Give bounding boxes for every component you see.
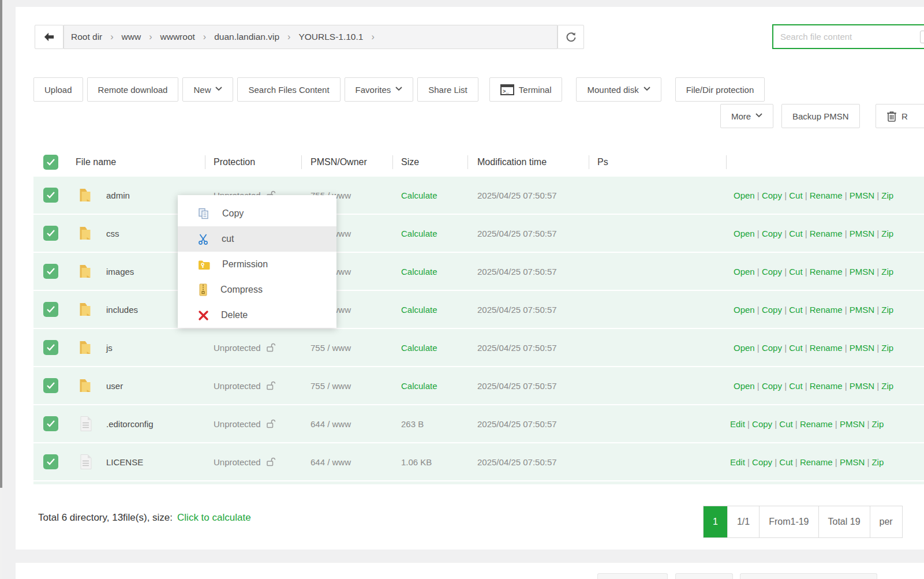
action-zip[interactable]: Zip	[881, 229, 893, 238]
header-pmsn-owner[interactable]: PMSN/Owner	[311, 157, 367, 167]
action-zip[interactable]: Zip	[881, 381, 893, 391]
refresh-button[interactable]	[558, 25, 584, 49]
action-rename[interactable]: Rename	[800, 457, 833, 467]
mounted-disk-dropdown-button[interactable]: Mounted disk	[576, 77, 661, 102]
click-to-calculate-link[interactable]: Click to calculate	[177, 512, 251, 524]
file-name[interactable]: js	[106, 343, 113, 353]
file-name[interactable]: images	[106, 267, 134, 277]
action-pmsn[interactable]: PMSN	[840, 457, 865, 467]
action-zip[interactable]: Zip	[881, 305, 893, 315]
action-copy[interactable]: Copy	[762, 305, 782, 315]
action-cut[interactable]: Cut	[789, 190, 802, 200]
partial-button[interactable]	[597, 573, 668, 579]
action-pmsn[interactable]: PMSN	[850, 305, 874, 315]
action-copy[interactable]: Copy	[762, 229, 782, 238]
pagination-page-1[interactable]: 1	[704, 506, 727, 537]
action-open[interactable]: Open	[734, 229, 755, 238]
action-open[interactable]: Open	[734, 190, 755, 200]
back-button[interactable]	[35, 25, 63, 49]
action-pmsn[interactable]: PMSN	[850, 229, 874, 238]
context-menu-item-compress[interactable]: Compress	[178, 277, 336, 302]
partial-button[interactable]	[740, 573, 877, 579]
new-dropdown-button[interactable]: New	[182, 77, 233, 102]
action-zip[interactable]: Zip	[871, 419, 884, 429]
favorites-dropdown-button[interactable]: Favorites	[345, 77, 414, 102]
action-zip[interactable]: Zip	[881, 267, 893, 277]
action-cut[interactable]: Cut	[789, 267, 802, 277]
page-scrollbar-thumb[interactable]	[0, 0, 2, 488]
file-name[interactable]: admin	[106, 190, 130, 200]
more-dropdown-button[interactable]: More	[720, 104, 773, 128]
table-row[interactable]: images Unprotected 755 / www Calculate 2…	[33, 253, 924, 290]
action-edit[interactable]: Edit	[730, 457, 745, 467]
backup-pmsn-button[interactable]: Backup PMSN	[781, 104, 860, 128]
action-copy[interactable]: Copy	[762, 267, 782, 277]
size-calculate-link[interactable]: Calculate	[401, 229, 437, 238]
partial-button[interactable]	[675, 573, 733, 579]
action-edit[interactable]: Edit	[730, 419, 745, 429]
action-copy[interactable]: Copy	[762, 343, 782, 353]
row-checkbox[interactable]	[43, 226, 58, 241]
action-cut[interactable]: Cut	[789, 229, 802, 238]
action-open[interactable]: Open	[734, 343, 755, 353]
action-copy[interactable]: Copy	[752, 419, 772, 429]
recycle-bin-button[interactable]: R	[876, 104, 924, 128]
action-rename[interactable]: Rename	[810, 381, 843, 391]
share-list-button[interactable]: Share List	[417, 77, 478, 102]
terminal-button[interactable]: >_ Terminal	[489, 77, 563, 102]
table-row[interactable]: .editorconfig Unprotected 644 / www 263 …	[33, 405, 924, 442]
action-rename[interactable]: Rename	[810, 267, 843, 277]
action-rename[interactable]: Rename	[810, 190, 843, 200]
size-calculate-link[interactable]: Calculate	[401, 381, 437, 391]
file-name[interactable]: user	[106, 381, 123, 391]
row-checkbox[interactable]	[43, 416, 58, 431]
action-open[interactable]: Open	[734, 381, 755, 391]
table-row[interactable]: admin Unprotected 755 / www Calculate 20…	[33, 177, 924, 214]
action-rename[interactable]: Rename	[800, 419, 833, 429]
action-open[interactable]: Open	[734, 267, 755, 277]
action-copy[interactable]: Copy	[762, 381, 782, 391]
row-checkbox[interactable]	[43, 264, 58, 279]
table-row[interactable]: includes Unprotected 755 / www Calculate…	[33, 291, 924, 328]
action-open[interactable]: Open	[734, 305, 755, 315]
action-cut[interactable]: Cut	[779, 457, 792, 467]
action-zip[interactable]: Zip	[881, 190, 893, 200]
header-protection[interactable]: Protection	[214, 157, 255, 167]
context-menu-item-copy[interactable]: Copy	[178, 201, 336, 226]
remote-download-button[interactable]: Remote download	[87, 77, 179, 102]
action-pmsn[interactable]: PMSN	[850, 381, 874, 391]
file-name[interactable]: LICENSE	[106, 457, 143, 467]
action-rename[interactable]: Rename	[810, 305, 843, 315]
pagination-per-page[interactable]: per	[870, 506, 902, 537]
search-input[interactable]	[780, 32, 913, 42]
action-pmsn[interactable]: PMSN	[840, 419, 865, 429]
file-dir-protection-button[interactable]: File/Dir protection	[675, 77, 765, 102]
row-checkbox[interactable]	[43, 378, 58, 393]
context-menu-item-cut[interactable]: cut	[178, 226, 336, 252]
file-name[interactable]: css	[106, 229, 119, 238]
size-calculate-link[interactable]: Calculate	[401, 343, 437, 353]
select-all-checkbox[interactable]	[43, 155, 58, 170]
header-modification-time[interactable]: Modification time	[477, 157, 547, 167]
action-copy[interactable]: Copy	[762, 190, 782, 200]
breadcrumb-item-root[interactable]: Root dir	[71, 32, 102, 42]
action-cut[interactable]: Cut	[779, 419, 792, 429]
action-copy[interactable]: Copy	[752, 457, 772, 467]
action-cut[interactable]: Cut	[789, 305, 802, 315]
action-cut[interactable]: Cut	[789, 343, 802, 353]
upload-button[interactable]: Upload	[33, 77, 83, 102]
header-ps[interactable]: Ps	[597, 157, 608, 167]
breadcrumb-item-wwwroot[interactable]: wwwroot	[160, 32, 195, 42]
header-file-name[interactable]: File name	[76, 157, 116, 167]
file-name[interactable]: includes	[106, 305, 138, 315]
row-checkbox[interactable]	[43, 454, 58, 469]
table-row[interactable]: css Unprotected 755 / www Calculate 2025…	[33, 215, 924, 252]
search-button[interactable]	[920, 31, 924, 43]
action-rename[interactable]: Rename	[810, 343, 843, 353]
action-pmsn[interactable]: PMSN	[850, 343, 874, 353]
action-pmsn[interactable]: PMSN	[850, 190, 874, 200]
row-checkbox[interactable]	[43, 188, 58, 203]
size-calculate-link[interactable]: Calculate	[401, 305, 437, 315]
table-row[interactable]: LICENSE Unprotected 644 / www 1.06 KB 20…	[33, 443, 924, 480]
breadcrumb-item-www[interactable]: www	[122, 32, 141, 42]
